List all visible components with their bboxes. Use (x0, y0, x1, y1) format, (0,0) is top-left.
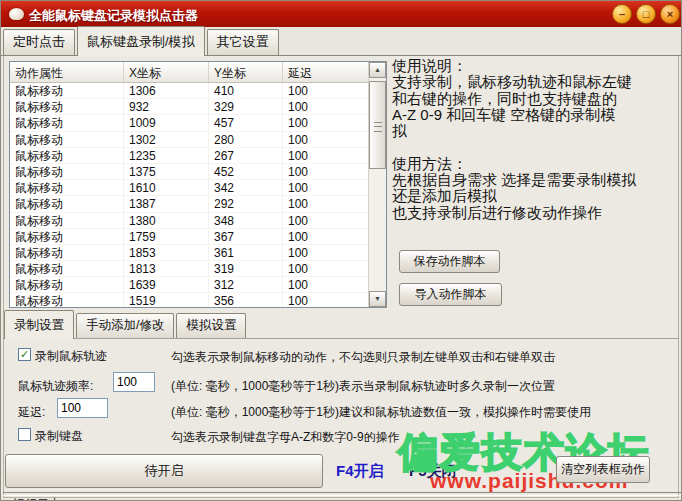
column-header[interactable]: 动作属性 (10, 62, 124, 82)
table-cell: 鼠标移动 (10, 196, 124, 212)
table-cell: 356 (209, 293, 283, 308)
settings-tab-手动添加/修改[interactable]: 手动添加/修改 (76, 313, 174, 338)
table-row[interactable]: 鼠标移动1610342100 (10, 180, 386, 196)
delay-desc: (单位: 毫秒，1000毫秒等于1秒)建议和鼠标轨迹数值一致，模拟操作时需要使用 (171, 404, 591, 421)
table-cell: 鼠标移动 (10, 277, 124, 293)
tab-其它设置[interactable]: 其它设置 (207, 29, 279, 55)
usage-instructions: 使用说明：支持录制，鼠标移动轨迹和鼠标左键和右键的操作，同时也支持键盘的A-Z … (392, 58, 680, 221)
save-script-button[interactable]: 保存动作脚本 (399, 250, 500, 273)
instruction-line: 使用说明： (392, 58, 680, 74)
record-keyboard-label: 录制键盘 (35, 428, 83, 445)
table-row[interactable]: 鼠标移动1380348100 (10, 213, 386, 229)
table-row[interactable]: 鼠标移动1387292100 (10, 196, 386, 212)
table-row[interactable]: 鼠标移动1639312100 (10, 277, 386, 293)
table-cell: 100 (283, 277, 369, 293)
table-cell: 1387 (124, 196, 209, 212)
run-log-label: 运行日志: (13, 496, 64, 501)
table-cell: 100 (283, 180, 369, 196)
table-row[interactable]: 鼠标移动1375452100 (10, 164, 386, 180)
instruction-line: 拟 (392, 123, 680, 139)
instruction-line: A-Z 0-9 和回车键 空格键的录制模 (392, 107, 680, 123)
delay-input[interactable] (57, 398, 108, 418)
table-cell: 348 (209, 213, 283, 229)
table-cell: 100 (283, 261, 369, 277)
close-icon[interactable]: × (660, 4, 680, 24)
record-keyboard-checkbox[interactable] (18, 428, 31, 441)
scroll-up-icon[interactable]: ▲ (369, 62, 386, 78)
table-cell: 457 (209, 115, 283, 131)
record-track-label: 录制鼠标轨迹 (35, 348, 107, 365)
table-cell: 100 (283, 115, 369, 131)
table-cell: 100 (283, 229, 369, 245)
table-cell: 鼠标移动 (10, 115, 124, 131)
table-row[interactable]: 鼠标移动1306410100 (10, 83, 386, 99)
table-cell: 鼠标移动 (10, 293, 124, 308)
instruction-line: 和右键的操作，同时也支持键盘的 (392, 91, 680, 107)
track-freq-label: 鼠标轨迹频率: (18, 378, 93, 395)
table-cell: 361 (209, 245, 283, 261)
settings-tab-模拟设置[interactable]: 模拟设置 (176, 313, 246, 338)
settings-tab-录制设置[interactable]: 录制设置 (4, 310, 74, 339)
table-row[interactable]: 鼠标移动1813319100 (10, 261, 386, 277)
action-list-header: 动作属性X坐标Y坐标延迟 (10, 62, 386, 83)
table-cell: 鼠标移动 (10, 164, 124, 180)
table-cell: 100 (283, 83, 369, 99)
table-row[interactable]: 鼠标移动1519356100 (10, 293, 386, 308)
tab-鼠标键盘录制/模拟[interactable]: 鼠标键盘录制/模拟 (77, 26, 205, 56)
table-row[interactable]: 鼠标移动1759367100 (10, 229, 386, 245)
track-freq-desc: (单位: 毫秒，1000毫秒等于1秒)表示当录制鼠标轨迹时多久录制一次位置 (171, 378, 555, 395)
table-cell: 1759 (124, 229, 209, 245)
table-cell: 1610 (124, 180, 209, 196)
table-cell: 鼠标移动 (10, 245, 124, 261)
record-keyboard-desc: 勾选表示录制键盘字母A-Z和数字0-9的操作 (171, 429, 400, 446)
clear-list-button[interactable]: 清空列表框动作 (556, 456, 650, 483)
table-cell: 100 (283, 148, 369, 164)
instruction-line: 还是添加后模拟 (392, 188, 680, 204)
table-cell: 452 (209, 164, 283, 180)
table-cell: 鼠标移动 (10, 180, 124, 196)
table-cell: 1813 (124, 261, 209, 277)
table-cell: 鼠标移动 (10, 99, 124, 115)
import-script-button[interactable]: 导入动作脚本 (399, 283, 502, 306)
track-freq-input[interactable] (113, 372, 155, 392)
column-header[interactable]: Y坐标 (209, 62, 283, 82)
scroll-down-icon[interactable]: ▼ (369, 291, 386, 307)
settings-tab-strip: 录制设置手动添加/修改模拟设置 (3, 315, 679, 339)
table-row[interactable]: 鼠标移动1235267100 (10, 148, 386, 164)
action-list[interactable]: 动作属性X坐标Y坐标延迟 鼠标移动1306410100鼠标移动932329100… (9, 61, 387, 308)
minimize-icon[interactable]: – (612, 4, 632, 24)
table-cell: 鼠标移动 (10, 229, 124, 245)
title-bar: 全能鼠标键盘记录模拟点击器 –□× (1, 1, 682, 27)
table-cell: 267 (209, 148, 283, 164)
tab-定时点击[interactable]: 定时点击 (3, 29, 75, 55)
column-header[interactable]: X坐标 (124, 62, 209, 82)
table-cell: 367 (209, 229, 283, 245)
f4-hotkey-label: F4开启 (336, 462, 384, 481)
column-header[interactable]: 延迟 (283, 62, 369, 82)
instruction-line (392, 139, 680, 155)
table-cell: 100 (283, 99, 369, 115)
app-window: 全能鼠标键盘记录模拟点击器 –□× 定时点击鼠标键盘录制/模拟其它设置 动作属性… (0, 0, 682, 501)
scrollbar-thumb[interactable] (369, 81, 386, 169)
table-cell: 319 (209, 261, 283, 277)
table-cell: 100 (283, 293, 369, 308)
action-list-body: 鼠标移动1306410100鼠标移动932329100鼠标移动100945710… (10, 83, 386, 308)
table-cell: 1639 (124, 277, 209, 293)
table-cell: 1306 (124, 83, 209, 99)
instruction-line: 先根据自身需求 选择是需要录制模拟 (392, 172, 680, 188)
record-track-checkbox[interactable]: ✓ (18, 348, 31, 361)
vertical-scrollbar[interactable]: ▲ ▼ (368, 62, 386, 307)
table-cell: 100 (283, 213, 369, 229)
table-cell: 鼠标移动 (10, 132, 124, 148)
table-cell: 1302 (124, 132, 209, 148)
table-cell: 410 (209, 83, 283, 99)
window-title: 全能鼠标键盘记录模拟点击器 (29, 7, 198, 25)
table-row[interactable]: 鼠标移动932329100 (10, 99, 386, 115)
start-status-button[interactable]: 待开启 (5, 454, 323, 488)
table-cell: 932 (124, 99, 209, 115)
table-row[interactable]: 鼠标移动1302280100 (10, 132, 386, 148)
table-cell: 鼠标移动 (10, 148, 124, 164)
table-row[interactable]: 鼠标移动1853361100 (10, 245, 386, 261)
maximize-icon[interactable]: □ (636, 4, 656, 24)
table-row[interactable]: 鼠标移动1009457100 (10, 115, 386, 131)
